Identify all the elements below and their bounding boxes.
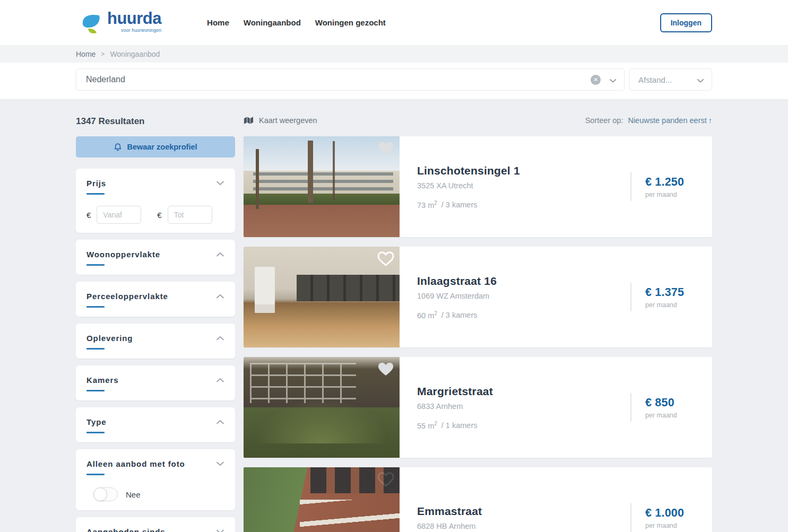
chevron-icon: [216, 461, 224, 466]
chevron-icon: [216, 420, 224, 424]
filter-underline: [86, 264, 105, 266]
login-button[interactable]: Inloggen: [660, 13, 712, 32]
chevron-down-icon: [697, 79, 704, 83]
brand-tagline: voor huurwoningen: [107, 28, 161, 33]
listing-card[interactable]: Margrietstraat 6833 Arnhem 55 m2/ 1 kame…: [244, 357, 712, 458]
toggle-state-label: Nee: [126, 490, 141, 499]
nav-woningen-gezocht[interactable]: Woningen gezocht: [315, 18, 386, 27]
listing-text: Margrietstraat 6833 Arnhem 55 m2/ 1 kame…: [417, 385, 630, 430]
filter-toggle-prijs[interactable]: Prijs: [86, 179, 224, 195]
map-toggle-label: Kaart weergeven: [259, 116, 317, 125]
chevron-icon: [216, 336, 224, 341]
filter-underline: [86, 348, 105, 350]
distance-select[interactable]: Afstand...: [629, 68, 712, 91]
map-toggle[interactable]: Kaart weergeven: [244, 116, 317, 125]
brand-logo[interactable]: huurda voor huurwoningen: [81, 10, 161, 36]
favorite-heart-icon[interactable]: [377, 250, 395, 267]
area-superscript: 2: [434, 421, 437, 426]
sort-value[interactable]: Nieuwste panden eerst↑: [628, 116, 712, 125]
site-header: huurda voor huurwoningen Home Woningaanb…: [0, 0, 788, 45]
listing-title: Emmastraat: [417, 505, 630, 518]
sort-control: Sorteer op: Nieuwste panden eerst↑: [585, 116, 712, 125]
filter-toggle-foto[interactable]: Alleen aanbod met foto: [86, 459, 224, 475]
filter-title: Alleen aanbod met foto: [86, 459, 185, 468]
chevron-down-icon[interactable]: [609, 79, 617, 83]
price-divider: [630, 503, 631, 532]
listing-address: 3525 XA Utrecht: [417, 181, 630, 190]
filter-toggle-type[interactable]: Type: [86, 417, 224, 433]
main-nav: Home Woningaanbod Woningen gezocht: [207, 18, 386, 27]
listing-price-block: € 1.000 per maand: [630, 503, 696, 532]
chevron-icon: [216, 378, 224, 382]
breadcrumb: Home > Woningaanbod: [76, 50, 712, 58]
listing-address: 6833 Arnhem: [417, 402, 630, 411]
filter-toggle-kamers[interactable]: Kamers: [86, 376, 224, 391]
listing-body: Emmastraat 6828 HB Arnhem € 1.000 per ma…: [400, 467, 712, 532]
listing-card[interactable]: Linschotensingel 1 3525 XA Utrecht 73 m2…: [244, 136, 712, 237]
sort-direction-arrow: ↑: [708, 116, 712, 125]
listing-price: € 1.250: [645, 176, 696, 189]
distance-placeholder: Afstand...: [638, 75, 672, 84]
clear-search-icon[interactable]: ✕: [591, 75, 601, 85]
listing-price-period: per maand: [645, 522, 696, 529]
listing-address: 6828 HB Arnhem: [417, 522, 630, 530]
filter-title: Oplevering: [86, 334, 133, 343]
favorite-heart-icon[interactable]: [377, 361, 395, 377]
photo-only-toggle[interactable]: [93, 487, 118, 501]
nav-home[interactable]: Home: [207, 18, 229, 27]
location-search-input[interactable]: [86, 75, 591, 84]
filter-title: Prijs: [86, 179, 106, 188]
chevron-icon: [216, 252, 224, 257]
save-button-label: Bewaar zoekprofiel: [127, 143, 197, 151]
listing-title: Margrietstraat: [417, 385, 630, 398]
logo-text: huurda voor huurwoningen: [107, 10, 161, 33]
listing-rooms: / 3 kamers: [441, 200, 478, 209]
filter-underline: [86, 306, 105, 308]
listing-photo: [244, 357, 400, 458]
filter-toggle-aangeboden-sinds[interactable]: Aangeboden sinds: [86, 527, 224, 532]
listing-price: € 1.375: [645, 286, 696, 299]
listing-specs: 55 m2/ 1 kamers: [417, 421, 630, 430]
price-to-input[interactable]: [168, 206, 212, 224]
filter-section-prijs: Prijs € €: [76, 169, 235, 233]
listing-card[interactable]: Emmastraat 6828 HB Arnhem € 1.000 per ma…: [244, 467, 712, 532]
listing-price-period: per maand: [645, 412, 696, 419]
sort-label: Sorteer op:: [585, 116, 624, 125]
filter-underline: [86, 193, 105, 195]
listing-area: 73 m: [417, 200, 434, 209]
euro-sign: €: [157, 211, 161, 220]
sort-value-text: Nieuwste panden eerst: [628, 116, 706, 125]
area-superscript: 2: [434, 200, 437, 206]
listing-area: 55 m: [417, 421, 434, 430]
filter-toggle-woonoppervlakte[interactable]: Woonoppervlakte: [86, 250, 224, 266]
page: huurda voor huurwoningen Home Woningaanb…: [0, 0, 788, 532]
favorite-heart-icon[interactable]: [377, 140, 395, 156]
listing-card[interactable]: Inlaagstraat 16 1069 WZ Amsterdam 60 m2/…: [244, 247, 712, 347]
price-divider: [630, 283, 631, 311]
chevron-icon: [216, 529, 224, 532]
listing-text: Inlaagstraat 16 1069 WZ Amsterdam 60 m2/…: [417, 275, 630, 320]
listing-rooms: / 3 kamers: [441, 311, 478, 319]
favorite-heart-icon[interactable]: [377, 471, 395, 487]
results-count-word: Resultaten: [99, 116, 145, 126]
listing-title: Inlaagstraat 16: [417, 275, 630, 287]
leaf-logo-icon: [81, 12, 106, 36]
listing-photo: [244, 467, 400, 532]
breadcrumb-current: Woningaanbod: [110, 50, 160, 58]
filter-title: Perceeloppervlakte: [86, 292, 168, 301]
listing-price: € 850: [645, 396, 696, 409]
brand-name: huurda: [107, 10, 161, 27]
price-from-input[interactable]: [97, 206, 141, 224]
results-toolbar: Kaart weergeven Sorteer op: Nieuwste pan…: [244, 100, 712, 125]
filter-underline: [86, 432, 105, 433]
photo-toggle-row: Nee: [86, 487, 224, 501]
filter-toggle-perceeloppervlakte[interactable]: Perceeloppervlakte: [86, 292, 224, 308]
breadcrumb-home[interactable]: Home: [76, 50, 96, 58]
filter-section-woonoppervlakte: Woonoppervlakte: [76, 240, 235, 275]
nav-woningaanbod[interactable]: Woningaanbod: [244, 18, 301, 27]
filter-toggle-oplevering[interactable]: Oplevering: [86, 334, 224, 350]
euro-sign: €: [86, 211, 91, 220]
filters-sidebar: 1347 Resultaten Bewaar zoekprofiel Prijs: [76, 100, 235, 532]
save-search-profile-button[interactable]: Bewaar zoekprofiel: [76, 136, 235, 158]
listing-price-block: € 850 per maand: [630, 393, 696, 422]
